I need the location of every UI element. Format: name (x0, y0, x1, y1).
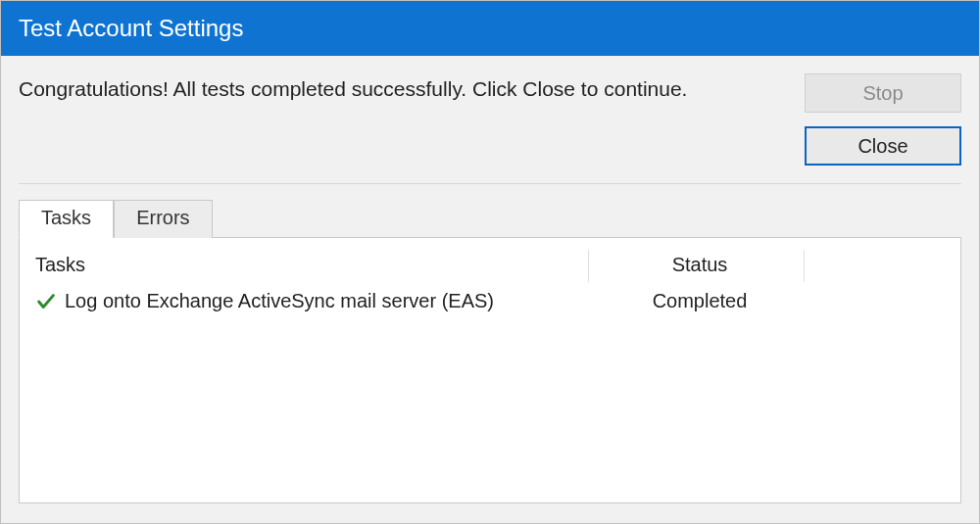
top-row: Congratulations! All tests completed suc… (19, 73, 961, 166)
tasks-table: Tasks Status L (20, 250, 960, 320)
content-area: Congratulations! All tests completed suc… (1, 56, 979, 523)
button-column: Stop Close (805, 73, 961, 166)
status-cell: Completed (588, 282, 804, 320)
window-title: Test Account Settings (19, 15, 243, 41)
col-header-status: Status (588, 250, 804, 282)
dialog-window: Test Account Settings Congratulations! A… (0, 0, 980, 524)
titlebar: Test Account Settings (1, 1, 979, 56)
check-icon (35, 291, 57, 312)
tab-section: Tasks Errors Tasks Status (19, 200, 961, 503)
stop-button: Stop (805, 73, 961, 113)
divider (19, 183, 961, 184)
task-cell: Log onto Exchange ActiveSync mail server… (35, 290, 580, 312)
status-message: Congratulations! All tests completed suc… (19, 73, 785, 101)
table-row: Log onto Exchange ActiveSync mail server… (20, 282, 960, 320)
tab-errors[interactable]: Errors (114, 200, 212, 238)
task-text: Log onto Exchange ActiveSync mail server… (65, 290, 494, 312)
col-header-spacer (804, 250, 960, 282)
col-header-tasks: Tasks (20, 250, 588, 282)
tab-list: Tasks Errors (19, 200, 961, 237)
tab-tasks[interactable]: Tasks (19, 200, 114, 238)
tab-panel-tasks: Tasks Status L (19, 237, 961, 503)
close-button[interactable]: Close (805, 126, 961, 166)
